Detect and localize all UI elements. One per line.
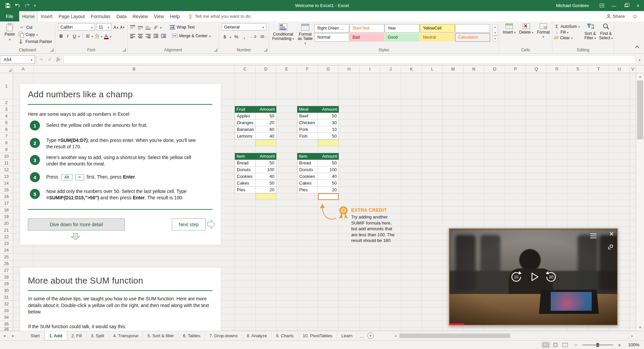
accounting-format-icon[interactable]: $: [222, 33, 228, 40]
page-break-view-button[interactable]: [561, 342, 570, 348]
row-header-7[interactable]: 7: [0, 133, 13, 140]
column-header-I[interactable]: I: [360, 65, 380, 73]
paste-button[interactable]: Paste: [2, 23, 17, 42]
align-bottom-icon[interactable]: [146, 25, 151, 30]
conditional-formatting-button[interactable]: Conditional Formatting: [270, 23, 297, 41]
row-header-33[interactable]: 33: [0, 307, 13, 314]
table-row[interactable]: Fish50: [297, 133, 339, 140]
table-row[interactable]: Beef50: [297, 113, 339, 119]
row-header-17[interactable]: 17: [0, 200, 13, 207]
row-header-4[interactable]: 4: [0, 113, 13, 119]
zoom-percentage[interactable]: 100%: [626, 342, 639, 347]
sheet-tab-10-pivottables[interactable]: 10. PivotTables: [299, 331, 337, 340]
user-name[interactable]: Michael Gordeev: [556, 3, 589, 8]
cell-style-good[interactable]: Good: [385, 33, 420, 42]
minimize-icon[interactable]: —: [608, 0, 620, 11]
video-forward-30-icon[interactable]: 30: [544, 270, 558, 284]
format-cells-button[interactable]: Format: [536, 23, 551, 39]
row-header-24[interactable]: 24: [0, 247, 13, 254]
align-center-icon[interactable]: [138, 34, 143, 38]
zoom-slider[interactable]: [582, 342, 613, 348]
answer-cell-yellow[interactable]: [256, 140, 276, 146]
row-header-8[interactable]: 8: [0, 140, 13, 146]
gallery-up-icon[interactable]: ▲: [493, 24, 497, 30]
scroll-right-icon[interactable]: ▸: [629, 334, 635, 338]
fill-color-icon[interactable]: [94, 33, 100, 39]
clipboard-dialog-launcher[interactable]: [50, 48, 54, 52]
cell-style-bad[interactable]: Bad: [350, 33, 384, 42]
video-player[interactable]: × 10 30: [449, 228, 618, 326]
row-header-21[interactable]: 21: [0, 227, 13, 234]
column-header-R[interactable]: R: [547, 65, 568, 73]
scroll-left-icon[interactable]: ◂: [392, 334, 398, 338]
sheet-tab-9-charts[interactable]: 9. Charts: [272, 331, 299, 340]
next-step-button[interactable]: Next step: [172, 218, 206, 231]
table-row[interactable]: Chicken30: [297, 119, 339, 126]
cut-button[interactable]: ✂Cut: [19, 24, 52, 31]
normal-view-button[interactable]: [541, 342, 550, 348]
ribbon-tab-file[interactable]: File: [0, 11, 19, 21]
sheet-tab-7-drop-downs[interactable]: 7. Drop-downs: [205, 331, 243, 340]
video-menu-icon[interactable]: [590, 234, 596, 238]
column-header-M[interactable]: M: [443, 65, 464, 73]
decrease-decimal-icon[interactable]: .00→: [259, 33, 268, 40]
delete-cells-button[interactable]: Delete: [519, 23, 534, 35]
borders-icon[interactable]: ⊞: [85, 33, 91, 39]
number-dialog-launcher[interactable]: [264, 48, 267, 52]
table-row[interactable]: Apples50: [235, 113, 276, 119]
cell-style-start-text[interactable]: Start Text: [350, 24, 384, 33]
table-row[interactable]: Pies20: [297, 187, 339, 193]
sheet-tab-4-transpose[interactable]: 4. Transpose: [109, 331, 143, 340]
insert-cells-button[interactable]: Insert: [502, 23, 517, 35]
formula-input[interactable]: [63, 55, 635, 64]
table-row[interactable]: Lemons40: [235, 133, 276, 140]
sheet-tab-learn[interactable]: Learn: [337, 331, 357, 340]
sheet-tab-5-sort-filter[interactable]: 5. Sort & filter: [143, 331, 179, 340]
row-header-3[interactable]: 3: [0, 106, 13, 113]
align-right-icon[interactable]: [146, 34, 151, 38]
table-row[interactable]: Donuts100: [235, 166, 276, 173]
video-rewind-10-icon[interactable]: 10: [509, 270, 523, 284]
gallery-more-icon[interactable]: ▼: [493, 36, 497, 41]
sheet-tab-start[interactable]: Start: [26, 331, 44, 340]
comma-style-icon[interactable]: ,: [241, 33, 248, 40]
cell-style-normal[interactable]: Normal: [314, 33, 349, 42]
row-header-30[interactable]: 30: [0, 287, 13, 294]
increase-decimal-icon[interactable]: ←.0: [250, 33, 257, 40]
page-layout-view-button[interactable]: [551, 342, 560, 348]
dive-down-button[interactable]: Dive down for more detail: [28, 218, 125, 231]
row-header-11[interactable]: 11: [0, 160, 13, 166]
table-row[interactable]: Donuts100: [297, 166, 339, 173]
row-header-13[interactable]: 13: [0, 173, 13, 180]
table-row[interactable]: Cakes50: [297, 180, 339, 187]
column-header-H[interactable]: H: [339, 65, 360, 73]
cell-style-year[interactable]: Year: [385, 24, 420, 33]
row-header-19[interactable]: 19: [0, 213, 13, 220]
zoom-slider-thumb[interactable]: [596, 343, 599, 347]
clear-button[interactable]: Clear: [554, 35, 580, 41]
sort-filter-button[interactable]: AZ Sort & Filter: [583, 23, 598, 40]
autosum-button[interactable]: ΣAutoSum: [554, 23, 580, 29]
answer-cell-orange[interactable]: [318, 193, 339, 200]
scrollbar-thumb[interactable]: [399, 334, 510, 338]
font-name-select[interactable]: Calibri: [58, 23, 95, 31]
decrease-indent-icon[interactable]: [153, 34, 158, 38]
column-header-E[interactable]: E: [276, 65, 297, 73]
increase-font-size-icon[interactable]: A▲: [113, 24, 119, 31]
table-row[interactable]: Bread50: [297, 160, 339, 166]
font-color-icon[interactable]: A: [103, 33, 109, 39]
enter-icon[interactable]: ✓: [46, 57, 54, 62]
tell-me-box[interactable]: Tell me what you want to do: [188, 11, 251, 21]
row-header-26[interactable]: 26: [0, 260, 13, 267]
align-top-icon[interactable]: [130, 25, 135, 30]
sheet-tab-overflow[interactable]: …: [357, 331, 366, 340]
row-header-2[interactable]: 2: [0, 99, 13, 106]
redo-icon[interactable]: [23, 1, 32, 10]
zoom-out-button[interactable]: −: [573, 342, 579, 348]
row-header-12[interactable]: 12: [0, 166, 13, 173]
video-progress-bar[interactable]: [449, 323, 464, 325]
align-middle-icon[interactable]: [138, 25, 143, 30]
row-header-25[interactable]: 25: [0, 254, 13, 260]
row-header-23[interactable]: 23: [0, 240, 13, 247]
answer-cell-yellow[interactable]: [256, 193, 276, 200]
